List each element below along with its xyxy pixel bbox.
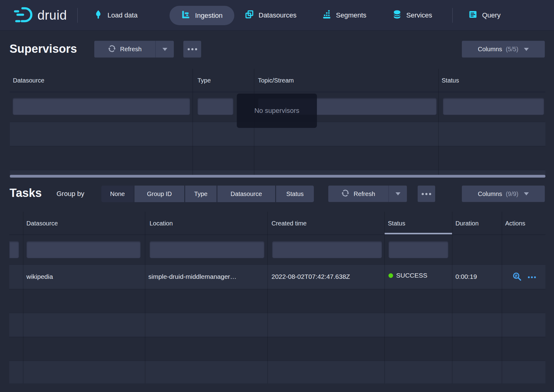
table-row bbox=[9, 361, 545, 383]
nav-divider bbox=[452, 8, 453, 23]
supervisors-table: Datasource Type Topic/Stream Status No s… bbox=[10, 69, 545, 178]
refresh-icon bbox=[341, 189, 349, 198]
more-icon bbox=[422, 193, 431, 195]
no-supervisors-overlay: No supervisors bbox=[237, 94, 317, 128]
supervisors-columns-button[interactable]: Columns (5/5) bbox=[462, 41, 545, 58]
nav-item-label: Query bbox=[482, 11, 501, 19]
empty-message: No supervisors bbox=[254, 107, 299, 115]
success-status-icon bbox=[388, 273, 393, 278]
segments-icon bbox=[322, 10, 331, 21]
row-divider bbox=[9, 337, 545, 337]
row-divider bbox=[9, 264, 545, 265]
columns-button-label: Columns bbox=[478, 190, 502, 198]
tasks-refresh-button[interactable]: Refresh bbox=[328, 186, 388, 202]
filter-input-datasource[interactable] bbox=[26, 241, 141, 258]
group-by-group-id-button[interactable]: Group ID bbox=[135, 186, 185, 202]
group-by-none-button[interactable]: None bbox=[101, 186, 135, 202]
nav-item-segments[interactable]: Segments bbox=[322, 0, 366, 31]
column-header-topic-stream[interactable]: Topic/Stream bbox=[258, 77, 294, 84]
nav-item-load-data[interactable]: Load data bbox=[94, 0, 138, 31]
status-label: SUCCESS bbox=[396, 272, 427, 279]
nav-item-ingestion[interactable]: Ingestion bbox=[170, 6, 234, 25]
task-detail-magnifier-icon[interactable] bbox=[512, 272, 522, 283]
nav-divider bbox=[77, 8, 78, 23]
column-header-duration[interactable]: Duration bbox=[455, 220, 479, 227]
task-actions-more-icon[interactable] bbox=[528, 276, 536, 278]
load-data-icon bbox=[94, 10, 103, 21]
filter-input-status[interactable] bbox=[388, 241, 448, 258]
druid-logo[interactable]: druid bbox=[13, 0, 67, 31]
filter-input-status[interactable] bbox=[443, 98, 544, 115]
task-cell-actions bbox=[512, 272, 536, 283]
more-icon bbox=[188, 48, 197, 50]
filter-input-location[interactable] bbox=[150, 241, 264, 258]
column-divider bbox=[23, 212, 23, 383]
chevron-down-icon bbox=[524, 48, 529, 51]
chevron-down-icon bbox=[524, 192, 529, 195]
chevron-down-icon bbox=[162, 48, 167, 51]
filter-input-task-id-clipped[interactable] bbox=[9, 241, 19, 258]
column-header-status[interactable]: Status bbox=[442, 77, 459, 84]
column-header-datasource[interactable]: Datasource bbox=[26, 220, 58, 227]
group-by-label: Group by bbox=[57, 190, 84, 198]
column-header-location[interactable]: Location bbox=[150, 220, 173, 227]
nav-item-services[interactable]: Services bbox=[392, 0, 432, 31]
task-cell-datasource[interactable]: wikipedia bbox=[26, 273, 53, 280]
supervisors-title: Supervisors bbox=[10, 42, 77, 56]
row-divider bbox=[10, 146, 545, 146]
column-header-created-time[interactable]: Created time bbox=[271, 220, 307, 227]
task-cell-location[interactable]: simple-druid-middlemanager… bbox=[148, 273, 236, 280]
row-divider bbox=[9, 361, 545, 361]
ingestion-icon bbox=[181, 10, 190, 21]
supervisors-refresh-button[interactable]: Refresh bbox=[94, 41, 155, 58]
column-divider bbox=[145, 212, 145, 383]
horizontal-scrollbar[interactable] bbox=[10, 175, 545, 178]
task-cell-status[interactable]: SUCCESS bbox=[388, 272, 427, 279]
columns-count: (9/9) bbox=[506, 190, 518, 198]
table-row bbox=[9, 313, 545, 337]
nav-item-label: Services bbox=[406, 11, 432, 19]
nav-item-label: Datasources bbox=[259, 11, 297, 19]
table-row bbox=[10, 170, 545, 175]
nav-item-query[interactable]: Query bbox=[468, 0, 501, 31]
group-by-status-button[interactable]: Status bbox=[276, 186, 314, 202]
column-header-actions[interactable]: Actions bbox=[505, 220, 525, 227]
services-icon bbox=[392, 10, 402, 21]
tasks-refresh-dropdown-button[interactable] bbox=[388, 186, 407, 202]
supervisors-more-button[interactable] bbox=[183, 41, 201, 58]
column-header-datasource[interactable]: Datasource bbox=[13, 77, 44, 84]
task-cell-duration[interactable]: 0:00:19 bbox=[455, 273, 477, 280]
columns-count: (5/5) bbox=[506, 46, 518, 53]
refresh-button-label: Refresh bbox=[353, 190, 375, 198]
refresh-button-label: Refresh bbox=[120, 46, 142, 53]
nav-item-label: Ingestion bbox=[195, 12, 222, 20]
tasks-more-button[interactable] bbox=[418, 186, 435, 202]
column-divider bbox=[267, 212, 268, 383]
supervisors-refresh-dropdown-button[interactable] bbox=[155, 41, 174, 58]
top-navigation: druid Load data Ingestion bbox=[0, 0, 554, 31]
filter-input-datasource[interactable] bbox=[13, 98, 190, 115]
query-icon bbox=[468, 10, 478, 21]
group-by-type-button[interactable]: Type bbox=[185, 186, 217, 202]
columns-button-label: Columns bbox=[478, 46, 502, 53]
header-divider bbox=[10, 92, 545, 92]
row-divider bbox=[9, 313, 545, 313]
filter-input-type[interactable] bbox=[197, 98, 233, 115]
supervisors-refresh-split-button: Refresh bbox=[94, 41, 174, 58]
header-divider bbox=[9, 234, 545, 235]
group-by-datasource-button[interactable]: Datasource bbox=[217, 186, 276, 202]
task-cell-created-time[interactable]: 2022-08-02T07:42:47.638Z bbox=[271, 273, 350, 280]
column-divider bbox=[452, 212, 452, 383]
tasks-columns-button[interactable]: Columns (9/9) bbox=[462, 186, 545, 202]
chevron-down-icon bbox=[396, 192, 400, 195]
row-divider bbox=[10, 170, 545, 170]
column-header-type[interactable]: Type bbox=[197, 77, 211, 84]
nav-item-label: Segments bbox=[336, 11, 366, 19]
column-header-status[interactable]: Status bbox=[388, 220, 405, 227]
group-by-button-group: None Group ID Type Datasource Status bbox=[101, 186, 314, 202]
nav-item-datasources[interactable]: Datasources bbox=[245, 0, 297, 31]
druid-logo-icon bbox=[13, 6, 33, 25]
brand-wordmark: druid bbox=[37, 8, 67, 23]
filter-input-created-time[interactable] bbox=[272, 241, 382, 258]
tasks-title: Tasks bbox=[10, 186, 42, 200]
